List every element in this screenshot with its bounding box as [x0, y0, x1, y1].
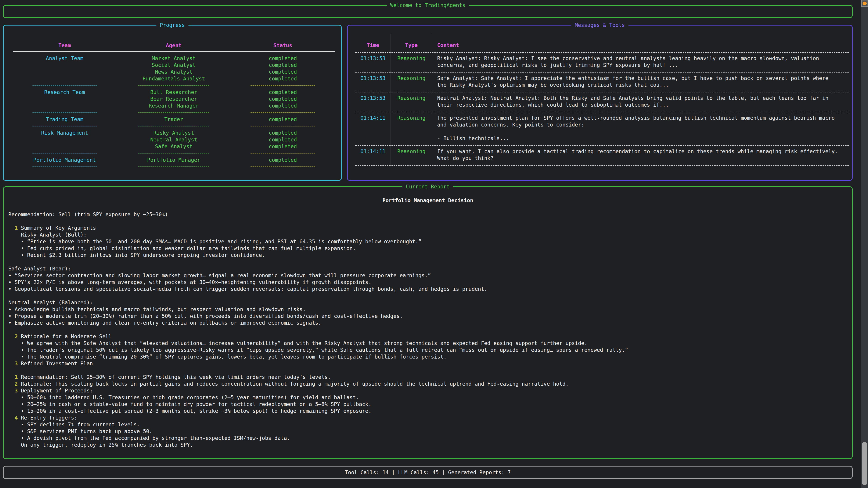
- table-row: Portfolio Management Portfolio Manager c…: [13, 157, 335, 163]
- table-row: Research Manager completed: [13, 102, 335, 109]
- progress-status-cell: [231, 123, 335, 129]
- table-row: Safe Analyst completed: [13, 143, 335, 150]
- report-line: Neutral Analyst (Balanced):: [8, 299, 852, 306]
- progress-agent-cell: Bull Researcher: [117, 89, 231, 96]
- report-line: • 15–20% in a cost-effective put spread …: [8, 408, 852, 414]
- report-line: 2 Rationale: This scaling back locks in …: [8, 381, 852, 387]
- column-header-agent: Agent: [117, 41, 231, 49]
- progress-team-cell: Research Team: [13, 89, 117, 96]
- report-line-text: Neutral Analyst (Balanced):: [8, 300, 93, 305]
- progress-team-cell: [13, 82, 117, 89]
- progress-agent-cell: Bear Researcher: [117, 96, 231, 102]
- report-line: • Fed cuts priced in, global disinflatio…: [8, 245, 852, 252]
- report-line-text: • Geopolitical tensions and speculative …: [8, 286, 487, 292]
- progress-status-cell: [231, 109, 335, 116]
- report-line: [8, 326, 852, 333]
- message-type-cell: Reasoning: [391, 72, 432, 92]
- report-line: Safe Analyst (Bear):: [8, 265, 852, 272]
- message-time-cell: 01:13:53: [355, 92, 391, 112]
- report-line-text: • SPY’s 22× P/E is above long-term avera…: [8, 279, 371, 285]
- report-line: Risky Analyst (Bull):: [8, 231, 852, 238]
- report-line-text: Rationale: This scaling back locks in pa…: [21, 381, 568, 387]
- list-number: 4: [8, 415, 21, 421]
- table-row: 01:14:11 Reasoning The presented investm…: [355, 112, 849, 146]
- column-header-type: Type: [391, 34, 432, 52]
- report-line-text: • 15–20% in a cost-effective put spread …: [8, 408, 371, 414]
- report-line: • Propose a moderate trim (20–30%) rathe…: [8, 313, 852, 320]
- table-row: Risk Management Risky Analyst completed: [13, 129, 335, 136]
- scrollbar-track[interactable]: [861, 0, 868, 488]
- list-number: 1: [8, 374, 21, 380]
- column-header-content: Content: [432, 34, 849, 52]
- progress-team-cell: [13, 68, 117, 75]
- message-content-cell: The presented investment plan for SPY of…: [432, 112, 849, 145]
- table-row: Analyst Team Market Analyst completed: [13, 55, 335, 62]
- report-line: • Geopolitical tensions and speculative …: [8, 286, 852, 292]
- messages-table-header: Time Type Content: [355, 34, 849, 53]
- report-line: • S&P services PMI turns back up above 5…: [8, 428, 852, 435]
- report-line-text: • 20–25% in cash or a stable-value fund …: [8, 401, 371, 407]
- progress-agent-cell: [117, 109, 231, 116]
- report-line: • 20–25% in cash or a stable-value fund …: [8, 401, 852, 408]
- progress-agent-cell: [117, 123, 231, 129]
- progress-table-header: Team Agent Status: [13, 40, 335, 52]
- progress-table: Team Agent Status Analyst Team Market An…: [13, 40, 335, 170]
- report-line-text: • Fed cuts priced in, global disinflatio…: [8, 246, 356, 251]
- current-report-panel: Current Report Portfolio Management Deci…: [3, 186, 852, 459]
- report-line-text: • Propose a moderate trim (20–30%) rathe…: [8, 313, 403, 319]
- report-line: • “Price is above both the 50- and 200-d…: [8, 238, 852, 245]
- progress-agent-cell: News Analyst: [117, 68, 231, 75]
- message-time-cell: 01:14:11: [355, 112, 391, 145]
- report-line-text: Re-Entry Triggers:: [21, 415, 77, 421]
- message-time-cell: 01:13:53: [355, 72, 391, 92]
- report-line: 1 Summary of Key Arguments: [8, 225, 852, 231]
- progress-status-cell: completed: [231, 96, 335, 102]
- table-row: Neutral Analyst completed: [13, 136, 335, 143]
- report-line-text: On any trigger, redeploy in 25% tranches…: [8, 442, 193, 448]
- report-line: • We agree with the Safe Analyst that “e…: [8, 340, 852, 347]
- footer-stats-panel: Tool Calls: 14 | LLM Calls: 45 | Generat…: [3, 466, 852, 479]
- report-line: On any trigger, redeploy in 25% tranches…: [8, 442, 852, 448]
- report-line-text: • S&P services PMI turns back up above 5…: [8, 428, 152, 434]
- messages-panel: Messages & Tools Time Type Content 01:13…: [347, 25, 852, 181]
- table-row: [13, 150, 335, 157]
- progress-panel: Progress Team Agent Status Analyst Team …: [3, 25, 342, 181]
- messages-table: Time Type Content 01:13:53 Reasoning Ris…: [355, 34, 849, 166]
- progress-status-cell: completed: [231, 68, 335, 75]
- table-row: [13, 123, 335, 129]
- orange-dot-icon: [863, 2, 867, 5]
- table-row: 01:13:53 Reasoning Neutral Analyst: Neut…: [355, 92, 849, 112]
- progress-team-cell: [13, 75, 117, 82]
- progress-status-cell: completed: [231, 62, 335, 68]
- terminal-screen: Welcome to TradingAgents Progress Team A…: [0, 0, 868, 488]
- report-line: • SPY declines 7% from current levels.: [8, 421, 852, 428]
- list-number: 3: [8, 361, 21, 366]
- table-row: 01:13:53 Reasoning Safe Analyst: Safe An…: [355, 72, 849, 92]
- welcome-title: Welcome to TradingAgents: [386, 1, 469, 9]
- report-line-text: • We agree with the Safe Analyst that “e…: [8, 340, 587, 346]
- scrollbar-thumb[interactable]: [862, 442, 867, 485]
- progress-team-cell: [13, 96, 117, 102]
- progress-status-cell: completed: [231, 102, 335, 109]
- progress-status-cell: [231, 163, 335, 170]
- messages-panel-title: Messages & Tools: [571, 21, 629, 29]
- progress-team-cell: [13, 109, 117, 116]
- scrollbar-marker-button[interactable]: [861, 0, 868, 7]
- report-line: 2 Rationale for a Moderate Sell: [8, 333, 852, 340]
- progress-agent-cell: [117, 150, 231, 157]
- report-line: 3 Deployment of Proceeds:: [8, 387, 852, 394]
- progress-status-cell: completed: [231, 75, 335, 82]
- progress-team-cell: [13, 163, 117, 170]
- report-line-text: • SPY declines 7% from current levels.: [8, 422, 140, 427]
- report-line-text: Deployment of Proceeds:: [21, 388, 93, 394]
- report-line: • The trader’s original 50% cut is likel…: [8, 347, 852, 353]
- progress-agent-cell: Neutral Analyst: [117, 136, 231, 143]
- message-content-cell: Risky Analyst: Risky Analyst: I see the …: [432, 53, 849, 72]
- progress-status-cell: completed: [231, 89, 335, 96]
- report-line-text: Recommendation: Sell (trim SPY exposure …: [8, 212, 168, 217]
- report-line-text: • 50–60% into laddered U.S. Treasuries o…: [8, 394, 359, 400]
- report-line-text: Risky Analyst (Bull):: [8, 232, 87, 238]
- progress-team-cell: Risk Management: [13, 129, 117, 136]
- progress-agent-cell: Risky Analyst: [117, 129, 231, 136]
- report-line-text: • The Neutral compromise—“trimming 20–30…: [8, 354, 447, 360]
